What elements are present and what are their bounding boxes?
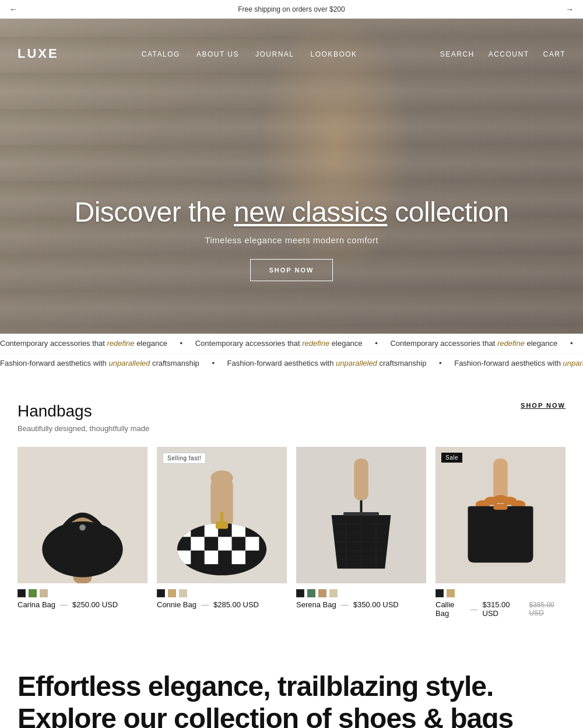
next-arrow[interactable]: → — [566, 5, 574, 14]
products-header: Handbags SHOP NOW — [17, 402, 566, 421]
svg-rect-11 — [232, 523, 245, 537]
nav-links: CATALOG ABOUT US JOURNAL LOOKBOOK — [142, 48, 357, 59]
product-info-serena: Serena Bag — $350.00 USD — [296, 600, 426, 609]
svg-rect-17 — [232, 551, 245, 564]
bag-svg-callie — [436, 447, 566, 583]
svg-rect-14 — [245, 537, 259, 550]
product-grid: Carina Bag — $250.00 USD Selling fast! — [17, 447, 566, 618]
svg-rect-12 — [191, 537, 204, 550]
hero-title-highlight: new classics — [234, 197, 387, 228]
tagline-line1: Effortless elegance, trailblazing style. — [17, 671, 493, 702]
bag-svg-carina — [17, 447, 147, 583]
nav-cart[interactable]: CART — [543, 50, 566, 58]
product-name-carina: Carina Bag — [17, 600, 55, 609]
svg-rect-16 — [205, 551, 218, 564]
svg-rect-13 — [218, 537, 231, 550]
swatch-black-4[interactable] — [436, 589, 444, 597]
svg-point-3 — [79, 524, 86, 531]
bag-svg-connie — [157, 447, 287, 583]
swatch-rust[interactable] — [318, 589, 326, 597]
svg-rect-9 — [177, 523, 191, 537]
svg-rect-29 — [343, 512, 379, 516]
product-price-carina: $250.00 USD — [72, 600, 118, 609]
svg-point-5 — [210, 470, 233, 485]
bag-svg-serena — [296, 447, 426, 583]
product-price-serena: $350.00 USD — [353, 600, 399, 609]
hero-title-prefix: Discover the — [75, 197, 234, 228]
tagline-line2: Explore our collection of shoes & bags f… — [17, 703, 513, 728]
prev-arrow[interactable]: ← — [9, 5, 17, 14]
section-subtitle: Beautifully designed, thoughtfully made — [17, 424, 566, 433]
svg-rect-19 — [354, 459, 368, 500]
swatch-black-3[interactable] — [296, 589, 304, 597]
swatches-callie — [436, 589, 566, 597]
product-price-callie: $315.00 USD — [483, 600, 522, 618]
hero-title-suffix: collection — [388, 197, 509, 228]
shop-now-link[interactable]: SHOP NOW — [521, 402, 566, 409]
product-original-price-callie: $385.00 USD — [529, 601, 566, 617]
nav-right-links: SEARCH ACCOUNT CART — [440, 48, 566, 59]
swatch-tan[interactable] — [40, 589, 48, 597]
badge-selling: Selling fast! — [163, 453, 206, 464]
product-card-carina: Carina Bag — $250.00 USD — [17, 447, 147, 618]
product-price-connie: $285.00 USD — [213, 600, 259, 609]
badge-sale: Sale — [441, 453, 462, 463]
ticker-line-1: Contemporary accessories that redefine e… — [0, 334, 583, 353]
swatch-tan-2[interactable] — [447, 589, 455, 597]
ticker-line-2: Fashion-forward aesthetics with unparall… — [0, 353, 583, 373]
svg-rect-36 — [493, 504, 507, 510]
product-card-callie: Sale — [436, 447, 566, 618]
nav-journal[interactable]: JOURNAL — [255, 50, 294, 58]
hero-title: Discover the new classics collection — [0, 196, 583, 228]
nav-lookbook[interactable]: LOOKBOOK — [311, 50, 357, 58]
nav-search[interactable]: SEARCH — [440, 50, 475, 58]
handbags-section: Handbags SHOP NOW Beautifully designed, … — [0, 373, 583, 641]
announcement-text: Free shipping on orders over $200 — [238, 5, 345, 13]
announcement-bar: ← Free shipping on orders over $200 → — [0, 0, 583, 19]
product-image-serena[interactable] — [296, 447, 426, 583]
nav-account[interactable]: ACCOUNT — [489, 50, 529, 58]
shop-now-button-hero[interactable]: SHOP NOW — [250, 259, 333, 281]
site-logo[interactable]: LUXE — [17, 46, 59, 61]
product-image-carina[interactable] — [17, 447, 147, 583]
hero-section: LUXE CATALOG ABOUT US JOURNAL LOOKBOOK S… — [0, 19, 583, 334]
nav-about[interactable]: ABOUT US — [196, 50, 239, 58]
hero-content: Discover the new classics collection Tim… — [0, 196, 583, 281]
product-card-serena: Serena Bag — $350.00 USD — [296, 447, 426, 618]
swatch-black[interactable] — [17, 589, 26, 597]
product-image-callie[interactable]: Sale — [436, 447, 566, 583]
section-title: Handbags — [17, 402, 92, 421]
swatch-green[interactable] — [29, 589, 37, 597]
product-info-carina: Carina Bag — $250.00 USD — [17, 600, 147, 609]
product-card-connie: Selling fast! — [157, 447, 287, 618]
swatches-connie — [157, 589, 287, 597]
product-name-connie: Connie Bag — [157, 600, 196, 609]
main-nav: LUXE CATALOG ABOUT US JOURNAL LOOKBOOK S… — [0, 37, 583, 69]
swatch-green-2[interactable] — [307, 589, 315, 597]
swatches-serena — [296, 589, 426, 597]
ticker: Contemporary accessories that redefine e… — [0, 334, 583, 373]
product-name-callie: Callie Bag — [436, 600, 466, 618]
nav-catalog[interactable]: CATALOG — [142, 50, 180, 58]
swatch-beige[interactable] — [179, 589, 187, 597]
product-info-connie: Connie Bag — $285.00 USD — [157, 600, 287, 609]
swatch-black-2[interactable] — [157, 589, 165, 597]
svg-rect-15 — [177, 551, 191, 564]
product-name-serena: Serena Bag — [296, 600, 336, 609]
product-image-connie[interactable]: Selling fast! — [157, 447, 287, 583]
swatches-carina — [17, 589, 147, 597]
swatch-gold[interactable] — [168, 589, 176, 597]
tagline-section: Effortless elegance, trailblazing style.… — [0, 641, 583, 728]
hero-subtitle: Timeless elegance meets modern comfort — [0, 235, 583, 245]
svg-rect-18 — [216, 522, 228, 529]
tagline-text: Effortless elegance, trailblazing style.… — [17, 670, 566, 728]
swatch-khaki[interactable] — [329, 589, 338, 597]
product-info-callie: Callie Bag — $315.00 USD $385.00 USD — [436, 600, 566, 618]
